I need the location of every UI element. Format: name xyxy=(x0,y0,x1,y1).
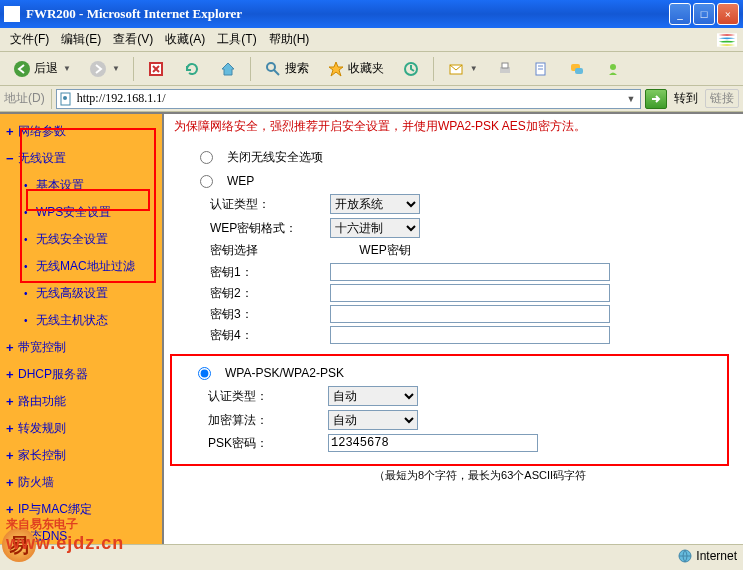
app-icon xyxy=(4,6,20,22)
print-button[interactable] xyxy=(489,56,521,82)
forward-icon xyxy=(89,60,107,78)
wep-key-header: WEP密钥 xyxy=(330,242,440,259)
address-input-wrapper[interactable]: ▼ xyxy=(56,89,641,109)
links-label[interactable]: 链接 xyxy=(705,89,739,108)
discuss-icon xyxy=(568,60,586,78)
radio-disable-label: 关闭无线安全选项 xyxy=(227,149,323,166)
plus-icon xyxy=(6,340,14,355)
svg-rect-11 xyxy=(575,68,583,74)
sidebar-nav: 网络参数无线设置基本设置WPS安全设置无线安全设置无线MAC地址过滤无线高级设置… xyxy=(0,114,162,544)
edit-button[interactable] xyxy=(525,56,557,82)
menu-bar: 文件(F) 编辑(E) 查看(V) 收藏(A) 工具(T) 帮助(H) xyxy=(0,28,743,52)
sidebar-item-9[interactable]: DHCP服务器 xyxy=(0,361,162,388)
status-bar: Internet xyxy=(0,544,743,566)
close-button[interactable]: × xyxy=(717,3,739,25)
sidebar-item-3[interactable]: WPS安全设置 xyxy=(0,199,162,226)
bullet-icon xyxy=(24,288,28,299)
radio-wep[interactable] xyxy=(200,175,213,188)
wpa-enc-select[interactable]: 自动 xyxy=(328,410,418,430)
bullet-icon xyxy=(24,261,28,272)
wep-format-select[interactable]: 十六进制 xyxy=(330,218,420,238)
stop-icon xyxy=(147,60,165,78)
forward-button[interactable]: ▼ xyxy=(82,56,127,82)
sidebar-item-label: 路由功能 xyxy=(18,393,66,410)
sidebar-item-10[interactable]: 路由功能 xyxy=(0,388,162,415)
sidebar-item-13[interactable]: 防火墙 xyxy=(0,469,162,496)
favorites-label: 收藏夹 xyxy=(348,60,384,77)
wpa-enc-label: 加密算法： xyxy=(208,412,328,429)
sidebar-item-0[interactable]: 网络参数 xyxy=(0,118,162,145)
bullet-icon xyxy=(24,315,28,326)
home-icon xyxy=(219,60,237,78)
sidebar-item-5[interactable]: 无线MAC地址过滤 xyxy=(0,253,162,280)
key2-input[interactable] xyxy=(330,284,610,302)
menu-edit[interactable]: 编辑(E) xyxy=(55,29,107,50)
ie-flag-icon xyxy=(715,30,739,50)
sidebar-item-11[interactable]: 转发规则 xyxy=(0,415,162,442)
plus-icon xyxy=(6,124,14,139)
key1-input[interactable] xyxy=(330,263,610,281)
bullet-icon xyxy=(24,207,28,218)
sidebar-item-label: 无线MAC地址过滤 xyxy=(36,258,135,275)
sidebar-item-label: 转发规则 xyxy=(18,420,66,437)
status-zone: Internet xyxy=(696,549,737,563)
address-bar: 地址(D) ▼ 转到 链接 xyxy=(0,86,743,112)
menu-file[interactable]: 文件(F) xyxy=(4,29,55,50)
refresh-button[interactable] xyxy=(176,56,208,82)
sidebar-item-12[interactable]: 家长控制 xyxy=(0,442,162,469)
psk-password-input[interactable] xyxy=(328,434,538,452)
main-panel: 为保障网络安全，强烈推荐开启安全设置，并使用WPA2-PSK AES加密方法。 … xyxy=(162,114,743,544)
sidebar-item-label: IP与MAC绑定 xyxy=(18,501,92,518)
sidebar-item-label: WPS安全设置 xyxy=(36,204,111,221)
key2-label: 密钥2： xyxy=(210,285,330,302)
menu-help[interactable]: 帮助(H) xyxy=(263,29,316,50)
back-label: 后退 xyxy=(34,60,58,77)
radio-wpa-psk[interactable] xyxy=(198,367,211,380)
key3-input[interactable] xyxy=(330,305,610,323)
discuss-button[interactable] xyxy=(561,56,593,82)
svg-point-12 xyxy=(610,64,616,70)
menu-tools[interactable]: 工具(T) xyxy=(211,29,262,50)
history-button[interactable] xyxy=(395,56,427,82)
sidebar-item-1[interactable]: 无线设置 xyxy=(0,145,162,172)
sidebar-item-label: 无线设置 xyxy=(18,150,66,167)
wep-auth-label: 认证类型： xyxy=(210,196,330,213)
wpa-auth-label: 认证类型： xyxy=(208,388,328,405)
history-icon xyxy=(402,60,420,78)
home-button[interactable] xyxy=(212,56,244,82)
mail-button[interactable]: ▼ xyxy=(440,56,485,82)
back-button[interactable]: 后退 ▼ xyxy=(6,56,78,82)
refresh-icon xyxy=(183,60,201,78)
globe-icon xyxy=(678,549,692,563)
svg-point-1 xyxy=(14,61,30,77)
search-button[interactable]: 搜索 xyxy=(257,56,316,82)
wep-auth-select[interactable]: 开放系统 xyxy=(330,194,420,214)
chevron-down-icon: ▼ xyxy=(112,64,120,73)
wpa-auth-select[interactable]: 自动 xyxy=(328,386,418,406)
menu-view[interactable]: 查看(V) xyxy=(107,29,159,50)
go-button[interactable] xyxy=(645,89,667,109)
sidebar-item-label: 基本设置 xyxy=(36,177,84,194)
sidebar-item-14[interactable]: IP与MAC绑定 xyxy=(0,496,162,523)
minimize-button[interactable]: _ xyxy=(669,3,691,25)
menu-favorites[interactable]: 收藏(A) xyxy=(159,29,211,50)
messenger-button[interactable] xyxy=(597,56,629,82)
key-select-label: 密钥选择 xyxy=(210,242,330,259)
radio-disable-security[interactable] xyxy=(200,151,213,164)
maximize-button[interactable]: □ xyxy=(693,3,715,25)
sidebar-item-7[interactable]: 无线主机状态 xyxy=(0,307,162,334)
security-warning: 为保障网络安全，强烈推荐开启安全设置，并使用WPA2-PSK AES加密方法。 xyxy=(174,118,733,135)
address-dropdown-icon[interactable]: ▼ xyxy=(624,94,638,104)
key4-input[interactable] xyxy=(330,326,610,344)
svg-point-14 xyxy=(63,96,67,100)
sidebar-item-8[interactable]: 带宽控制 xyxy=(0,334,162,361)
sidebar-item-2[interactable]: 基本设置 xyxy=(0,172,162,199)
key3-label: 密钥3： xyxy=(210,306,330,323)
svg-rect-8 xyxy=(502,63,508,68)
favorites-button[interactable]: 收藏夹 xyxy=(320,56,391,82)
stop-button[interactable] xyxy=(140,56,172,82)
sidebar-item-6[interactable]: 无线高级设置 xyxy=(0,280,162,307)
sidebar-item-label: 家长控制 xyxy=(18,447,66,464)
address-input[interactable] xyxy=(77,91,624,106)
sidebar-item-4[interactable]: 无线安全设置 xyxy=(0,226,162,253)
